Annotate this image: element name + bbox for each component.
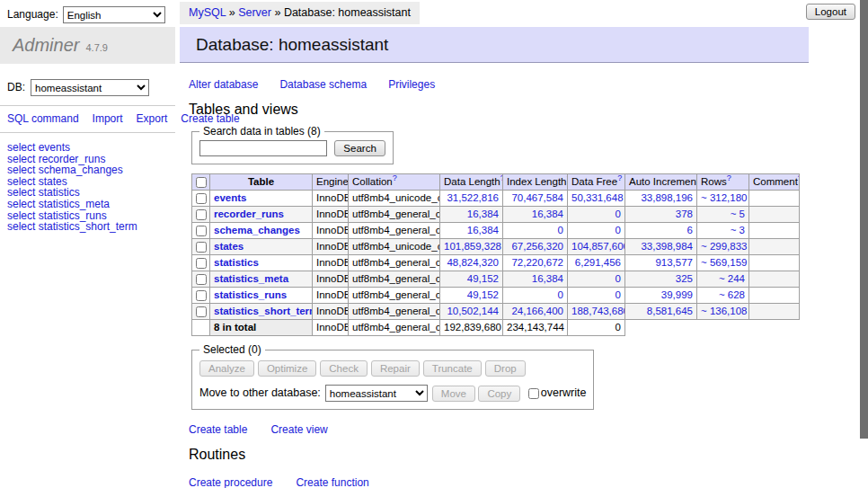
row-checkbox[interactable] <box>196 306 207 317</box>
engine-cell: InnoDB <box>313 304 349 320</box>
scrollbar-thumb[interactable] <box>860 0 868 439</box>
rows-count-link[interactable]: ~ 5 <box>697 207 749 223</box>
table-name-cell: statistics <box>210 255 313 271</box>
selected-action-button[interactable]: Truncate <box>423 360 482 377</box>
table-name-link[interactable]: statistics_meta <box>214 273 288 284</box>
sidebar-menu-link[interactable]: Export <box>137 112 168 125</box>
table-name-link[interactable]: statistics <box>214 257 259 268</box>
column-header: Table <box>210 174 313 191</box>
sidebar: Adminer4.7.9 DB:homeassistant SQL comman… <box>0 27 175 242</box>
database-nav-link[interactable]: Alter database <box>189 78 258 91</box>
table-name-link[interactable]: schema_changes <box>214 225 300 235</box>
comment-cell <box>749 271 800 288</box>
overwrite-label: overwrite <box>541 386 587 399</box>
routine-link[interactable]: Create function <box>296 476 368 488</box>
sidebar-menu-link[interactable]: SQL command <box>7 112 79 125</box>
sidebar-select-table-link[interactable]: select schema_changes <box>7 164 168 176</box>
column-help-link[interactable]: ? <box>617 174 622 183</box>
vertical-scrollbar[interactable] <box>860 0 868 488</box>
row-checkbox[interactable] <box>196 290 207 301</box>
sidebar-menu-link[interactable]: Import <box>93 112 123 125</box>
selected-action-button[interactable]: Repair <box>371 360 420 377</box>
rows-count-link[interactable]: ~ 136,108 <box>697 304 749 320</box>
row-checkbox[interactable] <box>196 193 207 204</box>
search-input[interactable] <box>199 140 327 156</box>
selected-action-button[interactable]: Drop <box>485 360 526 377</box>
search-fieldset: Search data in tables (8) Search <box>191 125 394 164</box>
selected-actions: AnalyzeOptimizeCheckRepairTruncateDrop <box>199 359 586 378</box>
selected-action-button[interactable]: Check <box>320 360 368 377</box>
comment-cell <box>749 207 800 223</box>
auto-increment-cell: 33,898,196 <box>625 191 697 207</box>
select-all-checkbox[interactable] <box>196 177 207 188</box>
rows-count-link[interactable]: ~ 628 <box>697 288 749 304</box>
rows-count-link[interactable]: ~ 569,159 <box>697 255 749 271</box>
logout-button[interactable]: Logout <box>806 4 855 20</box>
index-length-cell: 0 <box>503 223 568 239</box>
table-name-cell: statistics_runs <box>210 288 313 304</box>
column-header: Data Free? <box>568 174 625 191</box>
sidebar-select-table-link[interactable]: select statistics_short_term <box>7 221 168 233</box>
row-checkbox[interactable] <box>196 258 207 269</box>
index-length-cell: 67,256,320 <box>503 239 568 255</box>
column-header-label: Data Length <box>444 176 500 187</box>
sidebar-table-links: select eventsselect recorder_runsselect … <box>0 133 175 242</box>
index-length-cell: 24,166,400 <box>503 304 568 320</box>
table-name-link[interactable]: recorder_runs <box>214 209 284 219</box>
breadcrumb-server-link[interactable]: Server <box>238 6 271 19</box>
selected-action-button[interactable]: Analyze <box>199 360 254 377</box>
row-checkbox[interactable] <box>196 242 207 253</box>
row-select-cell <box>192 207 210 223</box>
rows-count-link[interactable]: ~ 299,833 <box>697 239 749 255</box>
move-db-select[interactable]: homeassistant <box>325 385 428 402</box>
app-name: Adminer <box>13 35 79 55</box>
table-row: recorder_runs InnoDB utf8mb4_general_ci … <box>192 207 800 223</box>
database-nav-link[interactable]: Privileges <box>388 78 435 91</box>
column-header: Auto Increment? <box>625 174 697 191</box>
create-link[interactable]: Create view <box>270 423 327 436</box>
table-name-link[interactable]: events <box>214 192 246 203</box>
comment-cell <box>749 304 800 320</box>
table-name-link[interactable]: statistics_short_term <box>214 306 313 316</box>
row-checkbox[interactable] <box>196 274 207 285</box>
data-length-cell: 48,824,320 <box>440 255 503 271</box>
column-header-label: Table <box>248 176 274 187</box>
row-checkbox[interactable] <box>196 226 207 236</box>
column-header: Engine? <box>313 174 349 191</box>
database-nav-link[interactable]: Database schema <box>279 78 367 91</box>
rows-count-link[interactable]: ~ 3 <box>697 223 749 239</box>
db-select[interactable]: homeassistant <box>31 79 149 96</box>
breadcrumb-mysql-link[interactable]: MySQL <box>189 6 226 19</box>
breadcrumb-current: Database: homeassistant <box>284 6 411 19</box>
rows-count-link[interactable]: ~ 244 <box>697 271 749 288</box>
overwrite-checkbox[interactable] <box>528 388 539 399</box>
sidebar-select-table-link[interactable]: select events <box>7 142 168 154</box>
totals-engine: InnoDB <box>313 320 349 336</box>
index-length-cell: 70,467,584 <box>503 191 568 207</box>
auto-increment-cell: 913,577 <box>625 255 697 271</box>
column-help-link[interactable]: ? <box>393 174 397 183</box>
column-header-label: Collation <box>352 176 393 187</box>
collation-cell: utf8mb4_unicode_ci <box>349 191 440 207</box>
table-row: states InnoDB utf8mb4_unicode_ci 101,859… <box>192 239 800 255</box>
rows-count-link[interactable]: ~ 312,180 <box>697 191 749 207</box>
routine-link[interactable]: Create procedure <box>189 476 272 488</box>
column-help-link[interactable]: ? <box>798 174 800 183</box>
table-name-link[interactable]: states <box>214 241 244 252</box>
language-select[interactable]: English <box>63 6 165 23</box>
collation-cell: utf8mb4_general_ci <box>349 207 440 223</box>
db-label: DB: <box>7 81 25 93</box>
move-button[interactable]: Move <box>432 386 475 402</box>
search-button[interactable]: Search <box>334 140 385 156</box>
routine-links: Create procedureCreate function <box>189 476 809 488</box>
selected-action-button[interactable]: Optimize <box>258 360 316 377</box>
totals-label: 8 in total <box>210 320 313 336</box>
row-checkbox[interactable] <box>196 209 207 220</box>
column-help-link[interactable]: ? <box>727 174 731 183</box>
create-link[interactable]: Create table <box>189 423 247 436</box>
sidebar-select-table-link[interactable]: select statistics_meta <box>7 199 168 210</box>
table-name-link[interactable]: statistics_runs <box>214 289 287 300</box>
copy-button[interactable]: Copy <box>478 386 520 402</box>
selected-fieldset: Selected (0) AnalyzeOptimizeCheckRepairT… <box>191 343 594 410</box>
data-length-cell: 49,152 <box>440 288 503 304</box>
